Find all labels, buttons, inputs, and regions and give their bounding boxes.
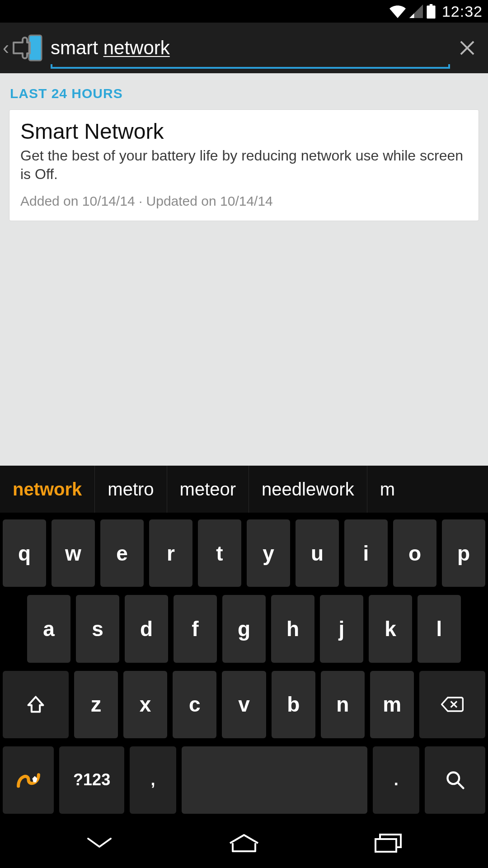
search-underline — [51, 67, 450, 69]
nav-home-button[interactable] — [217, 827, 271, 859]
key-p[interactable]: p — [442, 519, 485, 587]
key-space[interactable] — [182, 746, 367, 814]
key-a[interactable]: a — [27, 595, 70, 662]
key-o[interactable]: o — [393, 519, 436, 587]
key-s[interactable]: s — [76, 595, 119, 662]
back-caret-icon: ‹ — [3, 38, 9, 57]
key-y[interactable]: y — [247, 519, 290, 587]
key-backspace[interactable] — [419, 671, 485, 738]
key-r[interactable]: r — [149, 519, 192, 587]
search-field[interactable]: smart network — [51, 23, 450, 73]
key-n[interactable]: n — [321, 671, 365, 738]
battery-icon — [427, 4, 436, 19]
key-e[interactable]: e — [100, 519, 144, 587]
search-input[interactable]: smart network — [51, 37, 170, 59]
key-rows: q w e r t y u i o p a s d f g h j k l — [0, 513, 488, 818]
result-card[interactable]: Smart Network Get the best of your batte… — [9, 109, 479, 221]
suggestion-row: network metro meteor needlework m — [0, 466, 488, 513]
action-bar: ‹ smart network — [0, 23, 488, 73]
key-f[interactable]: f — [174, 595, 217, 662]
key-b[interactable]: b — [272, 671, 315, 738]
key-period[interactable]: . — [373, 746, 419, 814]
key-m[interactable]: m — [370, 671, 414, 738]
key-swype[interactable] — [3, 746, 54, 814]
key-z[interactable]: z — [74, 671, 118, 738]
key-g[interactable]: g — [222, 595, 266, 662]
key-d[interactable]: d — [125, 595, 168, 662]
suggestion-primary[interactable]: network — [0, 466, 95, 513]
key-l[interactable]: l — [418, 595, 461, 662]
key-t[interactable]: t — [198, 519, 241, 587]
key-u[interactable]: u — [296, 519, 339, 587]
back-button[interactable]: ‹ — [3, 33, 44, 63]
key-shift[interactable] — [3, 671, 69, 738]
app-icon — [10, 33, 44, 63]
key-w[interactable]: w — [52, 519, 95, 587]
svg-rect-0 — [427, 5, 435, 19]
result-title: Smart Network — [20, 119, 468, 144]
clear-search-button[interactable] — [454, 34, 481, 61]
key-v[interactable]: v — [222, 671, 266, 738]
nav-bar — [0, 818, 488, 868]
result-meta: Added on 10/14/14 · Updated on 10/14/14 — [20, 193, 468, 209]
suggestion[interactable]: m — [367, 466, 408, 513]
key-search[interactable] — [425, 746, 485, 814]
suggestion[interactable]: needlework — [249, 466, 367, 513]
suggestion[interactable]: metro — [95, 466, 167, 513]
svg-rect-1 — [430, 4, 432, 6]
key-h[interactable]: h — [271, 595, 314, 662]
key-symbols[interactable]: ?123 — [59, 746, 124, 814]
section-header: LAST 24 HOURS — [10, 86, 478, 101]
svg-line-4 — [458, 783, 464, 788]
svg-rect-2 — [29, 35, 42, 61]
key-k[interactable]: k — [369, 595, 412, 662]
search-results[interactable]: LAST 24 HOURS Smart Network Get the best… — [0, 73, 488, 466]
key-c[interactable]: c — [173, 671, 216, 738]
svg-rect-5 — [375, 839, 396, 852]
nav-recents-button[interactable] — [361, 827, 416, 859]
suggestion[interactable]: meteor — [167, 466, 249, 513]
wifi-icon — [389, 5, 406, 18]
key-comma[interactable]: , — [130, 746, 176, 814]
cell-signal-icon — [409, 5, 423, 18]
status-time: 12:32 — [442, 3, 483, 20]
key-i[interactable]: i — [344, 519, 388, 587]
status-bar: 12:32 — [0, 0, 488, 23]
key-x[interactable]: x — [123, 671, 167, 738]
soft-keyboard: network metro meteor needlework m q w e … — [0, 466, 488, 818]
nav-back-button[interactable] — [72, 827, 127, 859]
key-q[interactable]: q — [3, 519, 46, 587]
key-j[interactable]: j — [320, 595, 363, 662]
result-description: Get the best of your battery life by red… — [20, 146, 468, 184]
